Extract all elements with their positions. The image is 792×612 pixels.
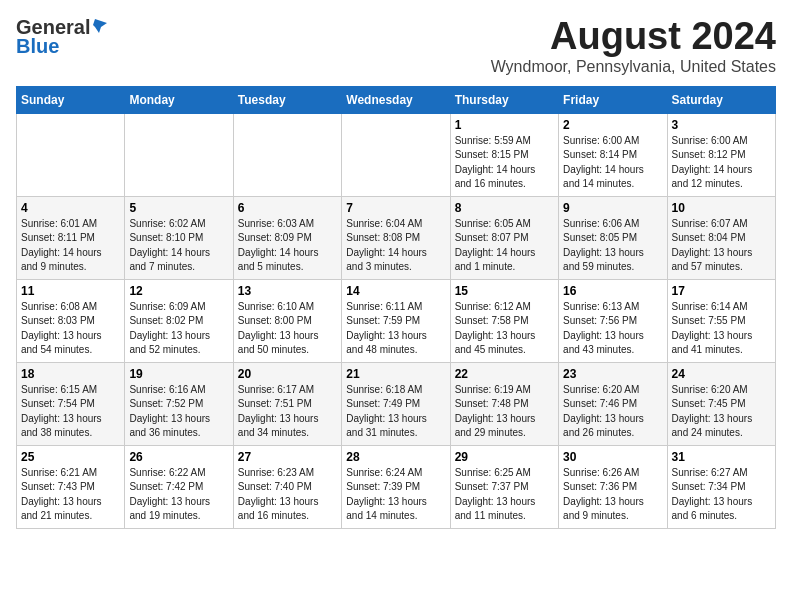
day-number: 23 — [563, 367, 662, 381]
page-header: General Blue August 2024 Wyndmoor, Penns… — [16, 16, 776, 76]
calendar-day-cell: 15Sunrise: 6:12 AM Sunset: 7:58 PM Dayli… — [450, 279, 558, 362]
logo-blue: Blue — [16, 35, 59, 58]
day-number: 4 — [21, 201, 120, 215]
day-number: 11 — [21, 284, 120, 298]
day-number: 12 — [129, 284, 228, 298]
day-info: Sunrise: 6:02 AM Sunset: 8:10 PM Dayligh… — [129, 217, 228, 275]
day-number: 17 — [672, 284, 771, 298]
day-number: 3 — [672, 118, 771, 132]
day-number: 21 — [346, 367, 445, 381]
calendar-day-cell: 12Sunrise: 6:09 AM Sunset: 8:02 PM Dayli… — [125, 279, 233, 362]
day-number: 22 — [455, 367, 554, 381]
day-info: Sunrise: 6:24 AM Sunset: 7:39 PM Dayligh… — [346, 466, 445, 524]
day-header-wednesday: Wednesday — [342, 86, 450, 113]
day-info: Sunrise: 6:18 AM Sunset: 7:49 PM Dayligh… — [346, 383, 445, 441]
day-info: Sunrise: 6:22 AM Sunset: 7:42 PM Dayligh… — [129, 466, 228, 524]
calendar-week-row: 1Sunrise: 5:59 AM Sunset: 8:15 PM Daylig… — [17, 113, 776, 196]
day-number: 19 — [129, 367, 228, 381]
day-number: 24 — [672, 367, 771, 381]
calendar-day-cell: 4Sunrise: 6:01 AM Sunset: 8:11 PM Daylig… — [17, 196, 125, 279]
day-info: Sunrise: 6:17 AM Sunset: 7:51 PM Dayligh… — [238, 383, 337, 441]
calendar-day-cell: 25Sunrise: 6:21 AM Sunset: 7:43 PM Dayli… — [17, 445, 125, 528]
day-number: 1 — [455, 118, 554, 132]
title-area: August 2024 Wyndmoor, Pennsylvania, Unit… — [491, 16, 776, 76]
day-info: Sunrise: 6:16 AM Sunset: 7:52 PM Dayligh… — [129, 383, 228, 441]
day-info: Sunrise: 6:15 AM Sunset: 7:54 PM Dayligh… — [21, 383, 120, 441]
day-info: Sunrise: 5:59 AM Sunset: 8:15 PM Dayligh… — [455, 134, 554, 192]
day-number: 10 — [672, 201, 771, 215]
calendar-day-cell: 3Sunrise: 6:00 AM Sunset: 8:12 PM Daylig… — [667, 113, 775, 196]
day-info: Sunrise: 6:07 AM Sunset: 8:04 PM Dayligh… — [672, 217, 771, 275]
day-info: Sunrise: 6:25 AM Sunset: 7:37 PM Dayligh… — [455, 466, 554, 524]
calendar-day-cell: 1Sunrise: 5:59 AM Sunset: 8:15 PM Daylig… — [450, 113, 558, 196]
calendar-day-cell: 14Sunrise: 6:11 AM Sunset: 7:59 PM Dayli… — [342, 279, 450, 362]
day-header-saturday: Saturday — [667, 86, 775, 113]
calendar-day-cell: 27Sunrise: 6:23 AM Sunset: 7:40 PM Dayli… — [233, 445, 341, 528]
day-info: Sunrise: 6:01 AM Sunset: 8:11 PM Dayligh… — [21, 217, 120, 275]
calendar-day-cell: 11Sunrise: 6:08 AM Sunset: 8:03 PM Dayli… — [17, 279, 125, 362]
calendar-day-cell: 18Sunrise: 6:15 AM Sunset: 7:54 PM Dayli… — [17, 362, 125, 445]
calendar-day-cell: 6Sunrise: 6:03 AM Sunset: 8:09 PM Daylig… — [233, 196, 341, 279]
day-number: 14 — [346, 284, 445, 298]
day-number: 15 — [455, 284, 554, 298]
day-number: 30 — [563, 450, 662, 464]
day-info: Sunrise: 6:19 AM Sunset: 7:48 PM Dayligh… — [455, 383, 554, 441]
day-info: Sunrise: 6:26 AM Sunset: 7:36 PM Dayligh… — [563, 466, 662, 524]
calendar-day-cell: 29Sunrise: 6:25 AM Sunset: 7:37 PM Dayli… — [450, 445, 558, 528]
day-info: Sunrise: 6:09 AM Sunset: 8:02 PM Dayligh… — [129, 300, 228, 358]
calendar-week-row: 18Sunrise: 6:15 AM Sunset: 7:54 PM Dayli… — [17, 362, 776, 445]
calendar-day-cell: 30Sunrise: 6:26 AM Sunset: 7:36 PM Dayli… — [559, 445, 667, 528]
day-info: Sunrise: 6:13 AM Sunset: 7:56 PM Dayligh… — [563, 300, 662, 358]
day-number: 7 — [346, 201, 445, 215]
calendar-week-row: 25Sunrise: 6:21 AM Sunset: 7:43 PM Dayli… — [17, 445, 776, 528]
calendar-day-cell — [17, 113, 125, 196]
day-info: Sunrise: 6:00 AM Sunset: 8:14 PM Dayligh… — [563, 134, 662, 192]
calendar-day-cell: 24Sunrise: 6:20 AM Sunset: 7:45 PM Dayli… — [667, 362, 775, 445]
day-number: 2 — [563, 118, 662, 132]
calendar-day-cell: 20Sunrise: 6:17 AM Sunset: 7:51 PM Dayli… — [233, 362, 341, 445]
calendar-day-cell: 16Sunrise: 6:13 AM Sunset: 7:56 PM Dayli… — [559, 279, 667, 362]
day-number: 16 — [563, 284, 662, 298]
calendar-day-cell: 7Sunrise: 6:04 AM Sunset: 8:08 PM Daylig… — [342, 196, 450, 279]
calendar-day-cell: 2Sunrise: 6:00 AM Sunset: 8:14 PM Daylig… — [559, 113, 667, 196]
calendar-day-cell — [342, 113, 450, 196]
day-header-thursday: Thursday — [450, 86, 558, 113]
calendar-day-cell: 9Sunrise: 6:06 AM Sunset: 8:05 PM Daylig… — [559, 196, 667, 279]
day-header-friday: Friday — [559, 86, 667, 113]
day-info: Sunrise: 6:03 AM Sunset: 8:09 PM Dayligh… — [238, 217, 337, 275]
day-number: 26 — [129, 450, 228, 464]
calendar-day-cell: 13Sunrise: 6:10 AM Sunset: 8:00 PM Dayli… — [233, 279, 341, 362]
logo: General Blue — [16, 16, 109, 58]
day-info: Sunrise: 6:20 AM Sunset: 7:45 PM Dayligh… — [672, 383, 771, 441]
calendar-week-row: 4Sunrise: 6:01 AM Sunset: 8:11 PM Daylig… — [17, 196, 776, 279]
day-number: 25 — [21, 450, 120, 464]
calendar-day-cell: 5Sunrise: 6:02 AM Sunset: 8:10 PM Daylig… — [125, 196, 233, 279]
day-header-monday: Monday — [125, 86, 233, 113]
day-number: 31 — [672, 450, 771, 464]
svg-marker-0 — [93, 19, 107, 33]
calendar-table: SundayMondayTuesdayWednesdayThursdayFrid… — [16, 86, 776, 529]
day-number: 8 — [455, 201, 554, 215]
calendar-day-cell: 19Sunrise: 6:16 AM Sunset: 7:52 PM Dayli… — [125, 362, 233, 445]
day-number: 6 — [238, 201, 337, 215]
day-header-sunday: Sunday — [17, 86, 125, 113]
day-info: Sunrise: 6:10 AM Sunset: 8:00 PM Dayligh… — [238, 300, 337, 358]
day-number: 18 — [21, 367, 120, 381]
calendar-header-row: SundayMondayTuesdayWednesdayThursdayFrid… — [17, 86, 776, 113]
day-number: 20 — [238, 367, 337, 381]
day-number: 29 — [455, 450, 554, 464]
day-number: 13 — [238, 284, 337, 298]
calendar-day-cell — [233, 113, 341, 196]
day-info: Sunrise: 6:06 AM Sunset: 8:05 PM Dayligh… — [563, 217, 662, 275]
calendar-day-cell: 28Sunrise: 6:24 AM Sunset: 7:39 PM Dayli… — [342, 445, 450, 528]
day-info: Sunrise: 6:27 AM Sunset: 7:34 PM Dayligh… — [672, 466, 771, 524]
calendar-day-cell: 22Sunrise: 6:19 AM Sunset: 7:48 PM Dayli… — [450, 362, 558, 445]
day-number: 28 — [346, 450, 445, 464]
calendar-day-cell: 17Sunrise: 6:14 AM Sunset: 7:55 PM Dayli… — [667, 279, 775, 362]
day-info: Sunrise: 6:14 AM Sunset: 7:55 PM Dayligh… — [672, 300, 771, 358]
day-info: Sunrise: 6:04 AM Sunset: 8:08 PM Dayligh… — [346, 217, 445, 275]
day-number: 9 — [563, 201, 662, 215]
day-number: 27 — [238, 450, 337, 464]
logo-bird-icon — [91, 17, 109, 35]
location-title: Wyndmoor, Pennsylvania, United States — [491, 58, 776, 76]
